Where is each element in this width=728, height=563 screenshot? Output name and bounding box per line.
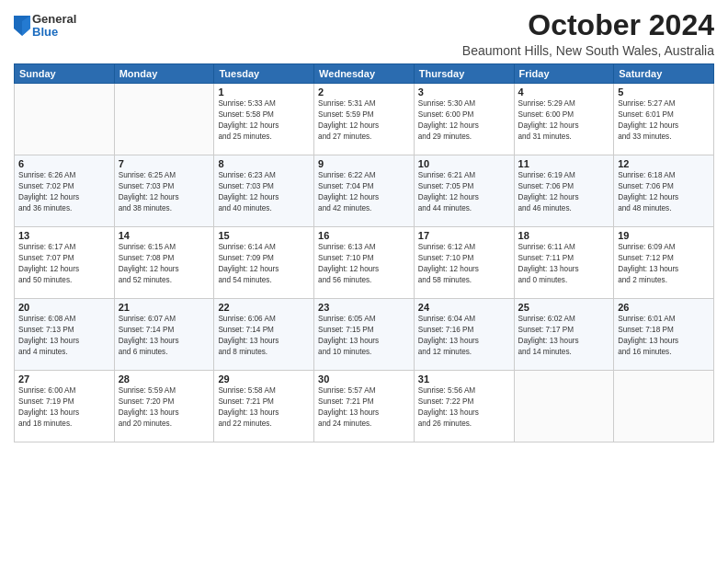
day-number: 31 bbox=[418, 373, 510, 385]
calendar-day-cell: 27Sunrise: 6:00 AM Sunset: 7:19 PM Dayli… bbox=[15, 371, 115, 442]
calendar-day-cell: 25Sunrise: 6:02 AM Sunset: 7:17 PM Dayli… bbox=[514, 299, 614, 371]
day-number: 3 bbox=[418, 86, 510, 98]
day-info: Sunrise: 5:30 AM Sunset: 6:00 PM Dayligh… bbox=[418, 98, 510, 143]
day-number: 9 bbox=[318, 158, 410, 169]
title-block: October 2024 Beaumont Hills, New South W… bbox=[462, 9, 714, 58]
day-number: 30 bbox=[318, 373, 410, 385]
day-number: 23 bbox=[318, 302, 410, 313]
calendar-day-cell: 20Sunrise: 6:08 AM Sunset: 7:13 PM Dayli… bbox=[15, 299, 115, 371]
day-info: Sunrise: 6:14 AM Sunset: 7:09 PM Dayligh… bbox=[218, 242, 310, 286]
day-number: 5 bbox=[618, 86, 710, 98]
day-info: Sunrise: 6:11 AM Sunset: 7:11 PM Dayligh… bbox=[518, 242, 610, 286]
day-number: 7 bbox=[119, 158, 210, 169]
calendar-day-cell: 28Sunrise: 5:59 AM Sunset: 7:20 PM Dayli… bbox=[114, 371, 214, 442]
calendar-day-cell: 16Sunrise: 6:13 AM Sunset: 7:10 PM Dayli… bbox=[314, 227, 415, 299]
calendar-week-row: 13Sunrise: 6:17 AM Sunset: 7:07 PM Dayli… bbox=[15, 227, 714, 299]
calendar-day-cell: 21Sunrise: 6:07 AM Sunset: 7:14 PM Dayli… bbox=[114, 299, 214, 371]
day-info: Sunrise: 6:07 AM Sunset: 7:14 PM Dayligh… bbox=[119, 314, 210, 358]
day-number: 10 bbox=[418, 158, 510, 169]
day-number: 19 bbox=[618, 230, 710, 241]
month-title: October 2024 bbox=[462, 9, 714, 41]
day-info: Sunrise: 6:00 AM Sunset: 7:19 PM Dayligh… bbox=[18, 385, 110, 430]
calendar-day-cell: 4Sunrise: 5:29 AM Sunset: 6:00 PM Daylig… bbox=[514, 84, 614, 155]
day-number: 14 bbox=[119, 230, 210, 241]
calendar-day-cell: 12Sunrise: 6:18 AM Sunset: 7:06 PM Dayli… bbox=[614, 155, 714, 227]
header-day: Wednesday bbox=[314, 64, 415, 84]
day-info: Sunrise: 6:02 AM Sunset: 7:17 PM Dayligh… bbox=[518, 314, 610, 358]
calendar-day-cell: 8Sunrise: 6:23 AM Sunset: 7:03 PM Daylig… bbox=[214, 155, 314, 227]
logo-blue: Blue bbox=[32, 26, 76, 39]
calendar-day-cell: 3Sunrise: 5:30 AM Sunset: 6:00 PM Daylig… bbox=[414, 84, 514, 155]
day-info: Sunrise: 5:31 AM Sunset: 5:59 PM Dayligh… bbox=[318, 98, 410, 143]
day-number: 15 bbox=[218, 230, 310, 241]
calendar-header: SundayMondayTuesdayWednesdayThursdayFrid… bbox=[15, 64, 714, 84]
calendar-week-row: 1Sunrise: 5:33 AM Sunset: 5:58 PM Daylig… bbox=[15, 84, 714, 155]
calendar-page: General Blue October 2024 Beaumont Hills… bbox=[0, 0, 728, 563]
calendar-day-cell bbox=[514, 371, 614, 442]
header-day: Friday bbox=[514, 64, 614, 84]
calendar-day-cell: 9Sunrise: 6:22 AM Sunset: 7:04 PM Daylig… bbox=[314, 155, 415, 227]
calendar-day-cell: 14Sunrise: 6:15 AM Sunset: 7:08 PM Dayli… bbox=[114, 227, 214, 299]
day-number: 11 bbox=[518, 158, 610, 169]
day-number: 8 bbox=[218, 158, 310, 169]
day-number: 22 bbox=[218, 302, 310, 313]
day-info: Sunrise: 6:09 AM Sunset: 7:12 PM Dayligh… bbox=[618, 242, 710, 286]
calendar-table: SundayMondayTuesdayWednesdayThursdayFrid… bbox=[14, 63, 714, 442]
day-info: Sunrise: 5:27 AM Sunset: 6:01 PM Dayligh… bbox=[618, 98, 710, 143]
day-info: Sunrise: 6:01 AM Sunset: 7:18 PM Dayligh… bbox=[618, 314, 710, 358]
calendar-day-cell bbox=[15, 84, 115, 155]
header: General Blue October 2024 Beaumont Hills… bbox=[14, 9, 714, 58]
calendar-day-cell: 1Sunrise: 5:33 AM Sunset: 5:58 PM Daylig… bbox=[214, 84, 314, 155]
calendar-day-cell: 6Sunrise: 6:26 AM Sunset: 7:02 PM Daylig… bbox=[15, 155, 115, 227]
day-number: 17 bbox=[418, 230, 510, 241]
header-day: Saturday bbox=[614, 64, 714, 84]
calendar-day-cell: 13Sunrise: 6:17 AM Sunset: 7:07 PM Dayli… bbox=[15, 227, 115, 299]
day-info: Sunrise: 6:05 AM Sunset: 7:15 PM Dayligh… bbox=[318, 314, 410, 358]
day-info: Sunrise: 6:15 AM Sunset: 7:08 PM Dayligh… bbox=[119, 242, 210, 286]
day-number: 18 bbox=[518, 230, 610, 241]
calendar-day-cell bbox=[114, 84, 214, 155]
day-info: Sunrise: 5:58 AM Sunset: 7:21 PM Dayligh… bbox=[218, 385, 310, 430]
day-number: 12 bbox=[618, 158, 710, 169]
day-info: Sunrise: 6:18 AM Sunset: 7:06 PM Dayligh… bbox=[618, 170, 710, 214]
calendar-day-cell: 24Sunrise: 6:04 AM Sunset: 7:16 PM Dayli… bbox=[414, 299, 514, 371]
day-number: 2 bbox=[318, 86, 410, 98]
calendar-day-cell: 17Sunrise: 6:12 AM Sunset: 7:10 PM Dayli… bbox=[414, 227, 514, 299]
day-info: Sunrise: 6:23 AM Sunset: 7:03 PM Dayligh… bbox=[218, 170, 310, 214]
day-info: Sunrise: 5:33 AM Sunset: 5:58 PM Dayligh… bbox=[218, 98, 310, 143]
day-number: 16 bbox=[318, 230, 410, 241]
calendar-body: 1Sunrise: 5:33 AM Sunset: 5:58 PM Daylig… bbox=[15, 84, 714, 442]
calendar-day-cell: 5Sunrise: 5:27 AM Sunset: 6:01 PM Daylig… bbox=[614, 84, 714, 155]
calendar-day-cell: 10Sunrise: 6:21 AM Sunset: 7:05 PM Dayli… bbox=[414, 155, 514, 227]
day-info: Sunrise: 6:08 AM Sunset: 7:13 PM Dayligh… bbox=[18, 314, 110, 358]
day-number: 6 bbox=[18, 158, 110, 169]
calendar-day-cell bbox=[614, 371, 714, 442]
day-number: 13 bbox=[18, 230, 110, 241]
day-info: Sunrise: 6:21 AM Sunset: 7:05 PM Dayligh… bbox=[418, 170, 510, 214]
calendar-day-cell: 7Sunrise: 6:25 AM Sunset: 7:03 PM Daylig… bbox=[114, 155, 214, 227]
calendar-week-row: 20Sunrise: 6:08 AM Sunset: 7:13 PM Dayli… bbox=[15, 299, 714, 371]
calendar-day-cell: 19Sunrise: 6:09 AM Sunset: 7:12 PM Dayli… bbox=[614, 227, 714, 299]
day-info: Sunrise: 6:22 AM Sunset: 7:04 PM Dayligh… bbox=[318, 170, 410, 214]
day-number: 24 bbox=[418, 302, 510, 313]
day-info: Sunrise: 6:04 AM Sunset: 7:16 PM Dayligh… bbox=[418, 314, 510, 358]
calendar-week-row: 6Sunrise: 6:26 AM Sunset: 7:02 PM Daylig… bbox=[15, 155, 714, 227]
calendar-day-cell: 22Sunrise: 6:06 AM Sunset: 7:14 PM Dayli… bbox=[214, 299, 314, 371]
day-info: Sunrise: 5:57 AM Sunset: 7:21 PM Dayligh… bbox=[318, 385, 410, 430]
day-number: 26 bbox=[618, 302, 710, 313]
day-info: Sunrise: 6:12 AM Sunset: 7:10 PM Dayligh… bbox=[418, 242, 510, 286]
day-info: Sunrise: 6:26 AM Sunset: 7:02 PM Dayligh… bbox=[18, 170, 110, 214]
day-info: Sunrise: 6:19 AM Sunset: 7:06 PM Dayligh… bbox=[518, 170, 610, 214]
calendar-day-cell: 2Sunrise: 5:31 AM Sunset: 5:59 PM Daylig… bbox=[314, 84, 415, 155]
calendar-day-cell: 11Sunrise: 6:19 AM Sunset: 7:06 PM Dayli… bbox=[514, 155, 614, 227]
header-day: Thursday bbox=[414, 64, 514, 84]
day-info: Sunrise: 6:13 AM Sunset: 7:10 PM Dayligh… bbox=[318, 242, 410, 286]
logo: General Blue bbox=[14, 13, 76, 40]
logo-general: General bbox=[32, 13, 76, 26]
day-number: 25 bbox=[518, 302, 610, 313]
day-info: Sunrise: 5:59 AM Sunset: 7:20 PM Dayligh… bbox=[119, 385, 210, 430]
calendar-week-row: 27Sunrise: 6:00 AM Sunset: 7:19 PM Dayli… bbox=[15, 371, 714, 442]
day-info: Sunrise: 6:06 AM Sunset: 7:14 PM Dayligh… bbox=[218, 314, 310, 358]
header-day: Tuesday bbox=[214, 64, 314, 84]
day-number: 4 bbox=[518, 86, 610, 98]
